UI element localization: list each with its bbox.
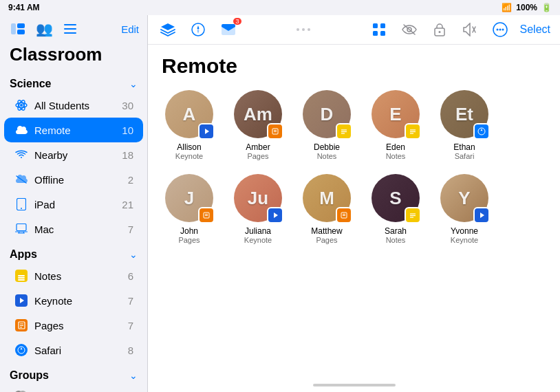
- apps-section-title: Apps: [10, 248, 37, 261]
- sidebar-item-safari[interactable]: Safari 8: [4, 338, 143, 362]
- student-card-yvonne[interactable]: Y Yvonne Keynote: [437, 174, 492, 244]
- sidebar-item-offline[interactable]: Offline 2: [4, 167, 143, 192]
- grid-view-icon[interactable]: [369, 19, 389, 40]
- all-students-count: 30: [122, 100, 133, 111]
- notes-label: Notes: [34, 270, 128, 282]
- svg-point-34: [502, 29, 504, 31]
- wifi-icon: [14, 147, 29, 162]
- svg-rect-13: [17, 224, 26, 231]
- apps-section-header: Apps ⌄: [0, 241, 147, 263]
- safari-app-icon: [14, 342, 29, 358]
- yvonne-app: Keynote: [451, 236, 478, 244]
- science-chevron-icon[interactable]: ⌄: [129, 78, 138, 89]
- yvonne-avatar-wrapper: Y: [440, 174, 488, 222]
- mac-label: Mac: [34, 224, 128, 235]
- matthew-app-badge: [336, 207, 352, 224]
- more-icon[interactable]: [490, 19, 510, 40]
- allison-avatar-wrapper: A: [165, 90, 213, 138]
- edit-button[interactable]: Edit: [121, 23, 139, 35]
- student-card-amber[interactable]: Am Amber Pages: [230, 90, 286, 160]
- battery-icon: 🔋: [541, 3, 552, 12]
- sidebar-item-ipad[interactable]: iPad 21: [4, 192, 143, 217]
- mute-icon[interactable]: [460, 19, 480, 40]
- student-card-john[interactable]: J John Pages: [162, 174, 217, 244]
- student-card-eden[interactable]: E Eden Notes: [368, 90, 423, 160]
- content-header: Remote: [148, 45, 560, 83]
- student-card-debbie[interactable]: D Debbie Notes: [299, 90, 354, 160]
- keynote-label: Keynote: [34, 295, 128, 307]
- sidebar-item-mac[interactable]: Mac 7: [4, 217, 143, 241]
- ethan-app: Safari: [455, 152, 475, 160]
- svg-rect-1: [17, 23, 25, 28]
- student-card-allison[interactable]: A Allison Keynote: [162, 90, 217, 160]
- safari-label: Safari: [34, 345, 128, 356]
- sidebar-item-all-students[interactable]: All Students 30: [4, 93, 143, 118]
- pages-app-icon: [14, 318, 29, 333]
- svg-rect-3: [64, 24, 76, 25]
- sidebar-item-understands[interactable]: Understands 12: [4, 384, 143, 392]
- svg-point-32: [496, 29, 498, 31]
- student-card-sarah[interactable]: S Sarah Notes: [368, 174, 423, 244]
- sarah-app-badge: [405, 207, 421, 224]
- debbie-name: Debbie: [314, 142, 340, 152]
- atom-icon: [14, 98, 29, 113]
- yvonne-name: Yvonne: [451, 226, 478, 236]
- ipad-icon: [14, 197, 29, 212]
- layers-icon[interactable]: [158, 19, 178, 40]
- apps-chevron-icon[interactable]: ⌄: [129, 249, 138, 260]
- home-bar: [313, 384, 396, 386]
- cloud-icon: [14, 122, 29, 138]
- ethan-name: Ethan: [453, 142, 475, 152]
- sidebar-item-nearby[interactable]: Nearby 18: [4, 142, 143, 167]
- notes-app-icon: [14, 268, 29, 283]
- john-name: John: [180, 226, 198, 236]
- ipad-label: iPad: [34, 199, 122, 210]
- select-button[interactable]: Select: [520, 23, 550, 36]
- ethan-app-badge: [473, 123, 490, 140]
- lock-icon[interactable]: [429, 19, 450, 40]
- sidebar-item-pages[interactable]: Pages 7: [4, 313, 143, 338]
- svg-rect-2: [17, 30, 25, 34]
- sidebar-item-notes[interactable]: Notes 6: [4, 263, 143, 288]
- inbox-badge: 3: [233, 18, 241, 25]
- inbox-icon[interactable]: 3: [218, 19, 239, 40]
- amber-name: Amber: [246, 142, 270, 152]
- eye-slash-icon[interactable]: [399, 19, 420, 40]
- remote-label: Remote: [34, 124, 122, 136]
- student-card-juliana[interactable]: Ju Juliana Keynote: [230, 174, 286, 244]
- sidebar-panel-icon[interactable]: [8, 19, 28, 39]
- pages-count: 7: [128, 320, 133, 331]
- nearby-count: 18: [122, 149, 133, 161]
- people-icon[interactable]: 👥: [34, 19, 54, 39]
- sarah-avatar-wrapper: S: [371, 174, 420, 222]
- science-section-title: Science: [10, 78, 51, 90]
- keynote-app-icon: [14, 293, 29, 308]
- battery-label: 100%: [516, 3, 537, 12]
- svg-marker-19: [21, 347, 23, 350]
- menu-icon[interactable]: [61, 19, 80, 39]
- eden-name: Eden: [386, 142, 405, 152]
- juliana-avatar-wrapper: Ju: [234, 174, 282, 222]
- groups-section-title: Groups: [10, 369, 49, 382]
- wifi-icon: 📶: [502, 3, 512, 12]
- svg-rect-4: [64, 28, 76, 30]
- svg-point-28: [438, 31, 440, 33]
- sidebar: 👥 Edit Classroom Science ⌄: [0, 15, 148, 392]
- groups-chevron-icon[interactable]: ⌄: [129, 370, 138, 381]
- sidebar-item-remote[interactable]: Remote 10: [4, 118, 143, 142]
- keynote-count: 7: [128, 295, 133, 307]
- compass-icon[interactable]: [188, 19, 208, 40]
- sidebar-icon-group: 👥: [8, 19, 80, 39]
- matthew-app: Pages: [316, 236, 337, 244]
- svg-rect-23: [373, 31, 378, 36]
- student-card-matthew[interactable]: M Matthew Pages: [299, 174, 354, 244]
- all-students-label: All Students: [34, 100, 122, 111]
- amber-app-badge: [267, 123, 283, 140]
- sidebar-item-keynote[interactable]: Keynote 7: [4, 288, 143, 313]
- pages-label: Pages: [34, 320, 128, 331]
- groups-section-header: Groups ⌄: [0, 362, 147, 384]
- student-card-ethan[interactable]: Et Ethan Safari: [437, 90, 492, 160]
- svg-point-33: [499, 29, 501, 31]
- juliana-app-badge: [267, 207, 283, 224]
- cloud-off-icon: [14, 172, 29, 187]
